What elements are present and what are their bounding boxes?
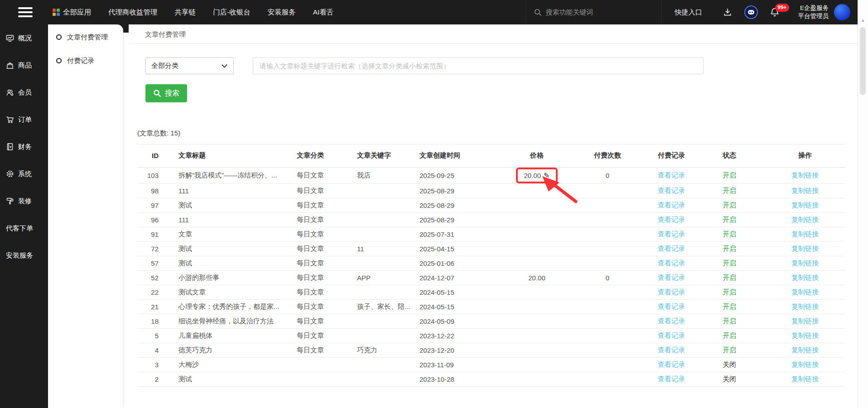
cell-id: 3 [137,357,167,372]
sidebar-item[interactable]: ¥财务 [0,133,48,160]
cell-title-text: 测试文章 [178,288,206,296]
copy-link-action[interactable]: 复制链接 [791,346,819,354]
cell-action: 复制链接 [765,183,845,198]
account-info[interactable]: E企盈服务 平台管理员 [798,4,829,20]
view-records-link[interactable]: 查看记录 [658,259,685,267]
scrollbar-thumb[interactable] [860,27,866,95]
sidebar-item[interactable]: 安装服务 [0,242,48,269]
copy-link-action[interactable]: 复制链接 [791,288,819,296]
view-records-link[interactable]: 查看记录 [658,302,685,310]
cell-pay-count [566,285,649,299]
cell-title: 测试 [167,256,285,270]
cell-title: 文章 [167,227,285,241]
cell-title-text: 德芙巧克力 [178,346,212,354]
global-search-input[interactable]: 搜索功能关键词 [526,0,661,24]
topnav-item[interactable]: 全部应用 [53,8,91,17]
download-icon [723,8,732,17]
topnav-item[interactable]: 共享链 [175,8,196,17]
copy-link-action[interactable]: 复制链接 [791,360,819,368]
topnav-item[interactable]: 代理商收益管理 [108,8,158,17]
submenu-item[interactable]: 文章付费管理 [48,26,123,48]
quick-entry-link[interactable]: 快捷入口 [661,8,716,17]
cell-keyword [344,328,408,343]
cell-title-text: 小游的那些事 [178,274,219,281]
cell-category: 每日文章 [285,167,344,183]
cell-record: 查看记录 [649,270,694,285]
download-button[interactable] [716,0,739,24]
view-records-link[interactable]: 查看记录 [658,360,685,368]
table-row: 103拆解“我店模式”——冻结积分、...每日文章我店2025-09-2520.… [137,167,845,183]
table-row: 97测试每日文章2025-08-29查看记录开启复制链接 [137,198,845,212]
keyword-input[interactable] [253,58,704,74]
cell-action: 复制链接 [765,285,845,299]
cell-keyword [344,314,408,328]
copy-link-action[interactable]: 复制链接 [791,187,819,194]
view-records-link[interactable]: 查看记录 [658,317,685,325]
cell-category-text: 每日文章 [297,187,324,194]
cell-created: 2025-07-31 [408,227,507,241]
cell-record: 查看记录 [649,299,694,314]
copy-link-action[interactable]: 复制链接 [791,274,819,281]
view-records-link[interactable]: 查看记录 [658,245,685,252]
hamburger-menu-icon[interactable] [18,7,33,17]
edit-price-pencil-icon[interactable]: ✎ [544,172,550,179]
view-records-link[interactable]: 查看记录 [658,171,685,179]
cell-price [507,183,566,198]
view-records-link[interactable]: 查看记录 [658,331,685,339]
search-button[interactable]: 搜索 [145,84,187,102]
sidebar-item-label: 代客下单 [6,224,33,233]
view-records-link[interactable]: 查看记录 [658,288,685,296]
cell-title-text: 细说坐骨神经痛，以及治疗方法 [178,317,274,325]
sidebar-item[interactable]: 商品 [0,52,48,79]
apps-grid-icon [53,9,60,16]
sidebar-item[interactable]: 装修 [0,187,48,215]
copy-link-action[interactable]: 复制链接 [791,230,819,238]
cell-pay-count-text: 0 [606,274,609,282]
view-records-link[interactable]: 查看记录 [658,201,685,209]
sidebar-item[interactable]: 概况 [0,24,48,52]
table-row: 72测试每日文章112025-04-15查看记录开启复制链接 [137,241,845,256]
scrollbar-up-arrow-icon[interactable]: ▲ [858,18,868,23]
cell-action: 复制链接 [765,167,845,183]
view-records-link[interactable]: 查看记录 [658,274,685,281]
copy-link-action[interactable]: 复制链接 [791,317,819,325]
topnav-item[interactable]: 门店-收银台 [213,8,251,17]
copy-link-action[interactable]: 复制链接 [791,302,819,310]
submenu-item[interactable]: 付费记录 [48,50,123,72]
page-scrollbar[interactable]: ▲ [858,0,868,408]
cell-category-text: 每日文章 [297,259,324,267]
cell-category: 每日文章 [285,343,344,357]
sidebar-item[interactable]: 订单 [0,106,48,133]
cell-title-text: 测试 [178,245,192,252]
column-header: 状态 [694,144,765,167]
sidebar-item[interactable]: 代客下单 [0,215,48,242]
cell-id-text: 103 [147,172,159,179]
view-records-link[interactable]: 查看记录 [658,230,685,238]
view-records-link[interactable]: 查看记录 [658,346,685,354]
cell-status: 开启 [694,270,765,285]
cell-id-text: 3 [155,361,159,369]
cell-created: 2025-08-29 [408,212,507,227]
copy-link-action[interactable]: 复制链接 [791,171,819,179]
view-records-link[interactable]: 查看记录 [658,375,685,383]
notifications-button[interactable]: 99+ [763,0,786,24]
cell-id: 103 [137,167,167,183]
view-records-link[interactable]: 查看记录 [658,216,685,223]
cell-action: 复制链接 [765,241,845,256]
ai-assistant-button[interactable] [739,0,763,24]
sidebar-item[interactable]: 会员 [0,79,48,106]
copy-link-action[interactable]: 复制链接 [791,201,819,209]
view-records-link[interactable]: 查看记录 [658,187,685,194]
cell-title-text: 测试 [178,259,192,267]
copy-link-action[interactable]: 复制链接 [791,259,819,267]
category-select[interactable]: 全部分类 [145,58,234,74]
avatar[interactable] [834,4,850,20]
cell-category: 每日文章 [285,212,344,227]
copy-link-action[interactable]: 复制链接 [791,331,819,339]
copy-link-action[interactable]: 复制链接 [791,375,819,383]
topnav-item[interactable]: 安装服务 [268,8,296,17]
sidebar-item[interactable]: 系统 [0,160,48,187]
topnav-item[interactable]: AI看舌 [313,8,334,17]
copy-link-action[interactable]: 复制链接 [791,216,819,223]
copy-link-action[interactable]: 复制链接 [791,245,819,252]
